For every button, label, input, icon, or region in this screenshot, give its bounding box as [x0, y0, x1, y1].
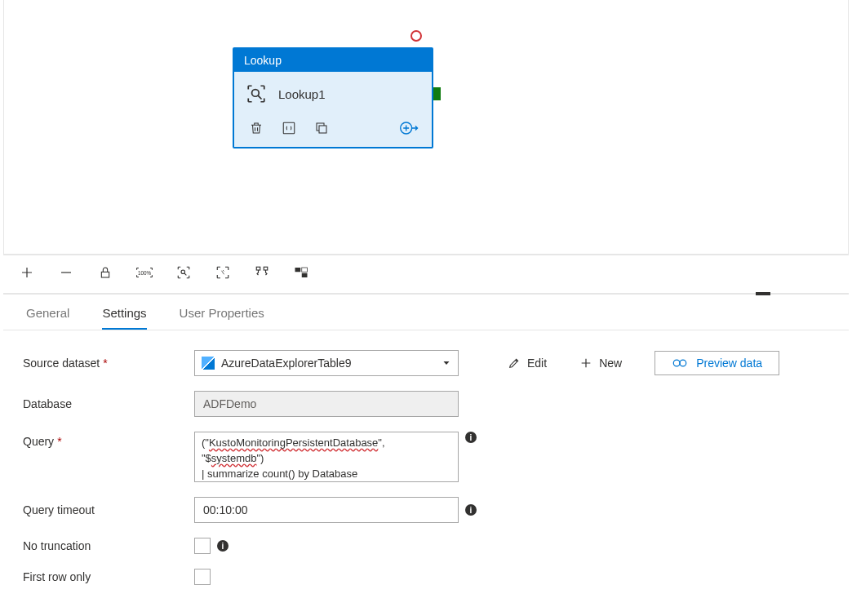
success-output-port[interactable]	[433, 87, 441, 100]
source-dataset-value: AzureDataExplorerTable9	[221, 357, 435, 370]
activity-type-header: Lookup	[234, 49, 432, 72]
info-icon[interactable]: i	[217, 540, 229, 552]
source-dataset-label: Source dataset	[23, 357, 100, 370]
remove-icon[interactable]	[57, 264, 75, 281]
settings-panel: Source dataset* AzureDataExplorerTable9 …	[3, 330, 849, 616]
svg-point-6	[181, 270, 185, 274]
svg-rect-11	[302, 268, 308, 272]
no-truncation-label: No truncation	[23, 539, 194, 552]
tab-general[interactable]: General	[26, 306, 69, 330]
add-icon[interactable]	[18, 264, 36, 281]
lookup-icon	[246, 83, 267, 104]
edit-button[interactable]: Edit	[508, 357, 547, 370]
chevron-down-icon	[442, 358, 451, 368]
query-label: Query	[23, 435, 54, 448]
svg-rect-8	[264, 267, 268, 270]
query-timeout-input[interactable]	[194, 497, 459, 523]
pipeline-canvas[interactable]: Lookup Lookup1	[3, 0, 849, 255]
new-button[interactable]: New	[579, 357, 622, 370]
svg-rect-9	[295, 268, 301, 272]
required-asterisk: *	[103, 357, 107, 370]
tab-user-properties[interactable]: User Properties	[180, 306, 264, 330]
activity-name: Lookup1	[278, 87, 326, 101]
svg-point-0	[252, 90, 260, 97]
properties-tabs: General Settings User Properties	[3, 295, 849, 330]
plus-icon	[579, 357, 592, 370]
svg-rect-2	[319, 126, 326, 133]
first-row-only-label: First row only	[23, 570, 194, 583]
canvas-toolbar: 100%	[3, 255, 849, 295]
source-dataset-dropdown[interactable]: AzureDataExplorerTable9	[194, 350, 459, 376]
svg-point-13	[680, 360, 686, 366]
no-truncation-checkbox[interactable]	[194, 538, 211, 554]
info-icon[interactable]: i	[465, 432, 477, 443]
validation-status-icon	[410, 30, 422, 42]
query-timeout-label: Query timeout	[23, 503, 194, 516]
auto-align-icon[interactable]	[253, 264, 271, 281]
svg-rect-4	[101, 272, 109, 277]
svg-rect-1	[283, 122, 295, 134]
delete-icon[interactable]	[249, 120, 264, 136]
database-label: Database	[23, 397, 194, 410]
panel-resize-handle[interactable]	[756, 292, 770, 295]
svg-point-12	[673, 360, 680, 366]
azure-data-explorer-icon	[202, 357, 215, 370]
svg-rect-10	[302, 273, 308, 277]
query-input[interactable]: ("KustoMonitoringPersistentDatabase","$s…	[194, 432, 459, 482]
code-icon[interactable]	[282, 120, 296, 136]
copy-icon[interactable]	[314, 120, 329, 136]
required-asterisk: *	[57, 435, 61, 448]
preview-icon	[672, 357, 688, 369]
info-icon[interactable]: i	[465, 504, 477, 516]
database-field	[194, 391, 459, 417]
svg-text:100%: 100%	[138, 270, 151, 276]
tab-settings[interactable]: Settings	[102, 306, 146, 330]
fullscreen-icon[interactable]	[214, 264, 232, 281]
minimap-icon[interactable]	[292, 264, 310, 281]
edit-icon	[508, 357, 521, 370]
svg-rect-7	[256, 267, 260, 270]
zoom-fit-icon[interactable]	[175, 264, 193, 281]
first-row-only-checkbox[interactable]	[194, 569, 211, 585]
zoom-100-icon[interactable]: 100%	[135, 264, 153, 281]
add-activity-icon[interactable]	[399, 119, 420, 137]
lock-icon[interactable]	[96, 264, 114, 281]
lookup-activity-node[interactable]: Lookup Lookup1	[233, 47, 433, 148]
preview-data-button[interactable]: Preview data	[655, 351, 779, 375]
